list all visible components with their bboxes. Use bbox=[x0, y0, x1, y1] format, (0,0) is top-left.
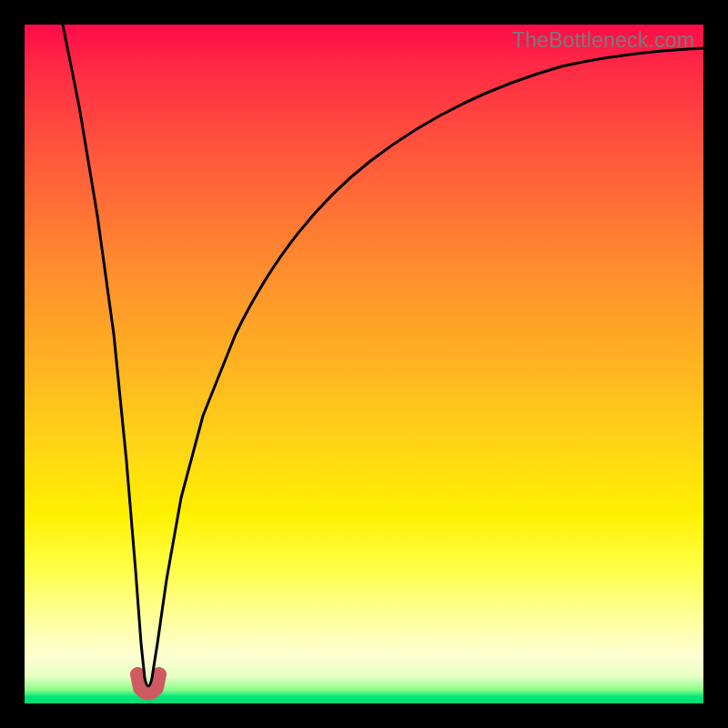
dip-marker bbox=[137, 674, 159, 693]
chart-frame: TheBottleneck.com bbox=[0, 0, 728, 728]
curve-layer bbox=[25, 25, 703, 703]
watermark-text: TheBottleneck.com bbox=[512, 28, 694, 53]
bottleneck-curve bbox=[63, 25, 703, 686]
plot-area: TheBottleneck.com bbox=[25, 25, 703, 703]
